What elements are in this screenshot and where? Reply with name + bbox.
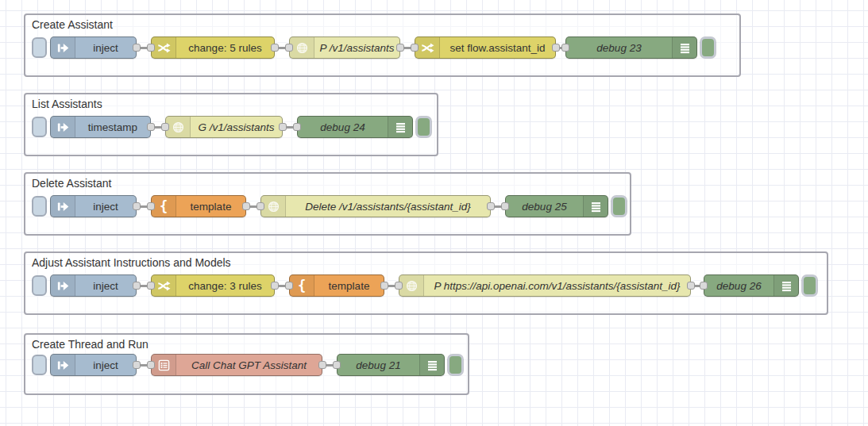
inject-node[interactable]: inject <box>50 36 137 59</box>
node-label: P /v1/assistants <box>314 37 399 58</box>
input-port[interactable] <box>561 44 569 52</box>
debug-toggle-button[interactable] <box>448 355 463 375</box>
node-label: inject <box>75 196 136 217</box>
output-port[interactable] <box>133 202 141 210</box>
input-port[interactable] <box>285 282 293 290</box>
node-label: change: 3 rules <box>176 275 274 296</box>
list-lines-icon <box>419 355 444 375</box>
globe-icon <box>261 196 286 217</box>
node-label: template <box>176 196 245 217</box>
node-label: G /v1/assistants <box>191 117 282 137</box>
input-port[interactable] <box>333 361 341 369</box>
group-label: Adjust Assistant Instructions and Models <box>32 256 231 269</box>
change-node[interactable]: set flow.assistant_id <box>415 36 556 59</box>
input-port[interactable] <box>285 44 293 52</box>
inject-node[interactable]: inject <box>50 354 137 376</box>
node-label: P https://api.openai.com/v1/assistants/{… <box>424 275 690 296</box>
inject-node[interactable]: inject <box>50 195 137 217</box>
inject-button[interactable] <box>32 355 47 375</box>
output-port[interactable] <box>318 361 326 369</box>
globe-icon <box>290 37 314 58</box>
curly-brace-icon: { <box>152 196 176 217</box>
debug-node[interactable]: debug 24 <box>297 116 413 138</box>
output-port[interactable] <box>380 282 388 290</box>
output-port[interactable] <box>147 123 155 131</box>
input-port[interactable] <box>257 202 264 210</box>
node-label: set flow.assistant_id <box>440 37 555 58</box>
group-label: Create Assistant <box>32 18 113 31</box>
input-port[interactable] <box>395 282 403 290</box>
node-label: debug 25 <box>506 196 583 217</box>
template-node[interactable]: { template <box>289 274 384 297</box>
debug-node[interactable]: debug 25 <box>505 195 608 217</box>
output-port[interactable] <box>133 44 141 52</box>
form-lines-icon <box>152 355 176 375</box>
output-port[interactable] <box>552 44 560 52</box>
inject-arrow-icon <box>51 37 75 58</box>
debug-node[interactable]: debug 23 <box>565 36 697 59</box>
chatgpt-assistant-node[interactable]: Call Chat GPT Assistant <box>151 354 322 376</box>
debug-node[interactable]: debug 26 <box>704 274 799 297</box>
template-node[interactable]: { template <box>151 195 246 217</box>
inject-button[interactable] <box>32 196 47 217</box>
output-port[interactable] <box>271 44 279 52</box>
input-port[interactable] <box>411 44 419 52</box>
input-port[interactable] <box>147 202 155 210</box>
output-port[interactable] <box>487 202 495 210</box>
http-request-node[interactable]: P https://api.openai.com/v1/assistants/{… <box>399 274 691 297</box>
debug-toggle-button[interactable] <box>416 117 431 137</box>
change-node[interactable]: change: 3 rules <box>151 274 275 297</box>
list-lines-icon <box>583 196 608 217</box>
input-port[interactable] <box>700 282 708 290</box>
output-port[interactable] <box>133 282 141 290</box>
node-label: template <box>314 275 384 296</box>
globe-icon <box>399 275 424 296</box>
http-request-node[interactable]: P /v1/assistants <box>289 36 400 59</box>
inject-arrow-icon <box>51 275 75 296</box>
group-label: Create Thread and Run <box>32 338 149 351</box>
debug-node[interactable]: debug 21 <box>337 354 445 376</box>
http-request-node[interactable]: G /v1/assistants <box>165 116 283 138</box>
output-port[interactable] <box>396 44 404 52</box>
inject-button[interactable] <box>32 37 47 58</box>
node-label: debug 26 <box>704 275 773 296</box>
debug-toggle-button[interactable] <box>611 196 627 217</box>
inject-button[interactable] <box>32 275 47 296</box>
shuffle-icon <box>152 37 176 58</box>
debug-toggle-button[interactable] <box>700 37 716 58</box>
http-request-node[interactable]: Delete /v1/assistants/{assistant_id} <box>260 195 491 217</box>
input-port[interactable] <box>501 202 509 210</box>
output-port[interactable] <box>687 282 695 290</box>
input-port[interactable] <box>293 123 301 131</box>
inject-button[interactable] <box>32 117 47 137</box>
inject-node[interactable]: timestamp <box>50 116 151 138</box>
output-port[interactable] <box>271 282 279 290</box>
node-label: Delete /v1/assistants/{assistant_id} <box>286 196 490 217</box>
node-label: inject <box>75 355 136 375</box>
inject-node[interactable]: inject <box>50 274 137 297</box>
globe-icon <box>166 117 191 137</box>
list-lines-icon <box>773 275 798 296</box>
output-port[interactable] <box>279 123 287 131</box>
node-label: debug 21 <box>338 355 419 375</box>
flow-editor-canvas[interactable]: Create Assistant List Assistants Delete … <box>0 0 868 426</box>
input-port[interactable] <box>147 44 155 52</box>
node-label: debug 23 <box>566 37 672 58</box>
output-port[interactable] <box>242 202 250 210</box>
debug-toggle-button[interactable] <box>802 275 817 296</box>
input-port[interactable] <box>147 361 155 369</box>
curly-brace-icon: { <box>290 275 314 296</box>
inject-arrow-icon <box>51 355 75 375</box>
node-label: debug 24 <box>298 117 388 137</box>
node-label: Call Chat GPT Assistant <box>176 355 322 375</box>
list-lines-icon <box>388 117 412 137</box>
shuffle-icon <box>152 275 176 296</box>
node-label: change: 5 rules <box>176 37 274 58</box>
shuffle-icon <box>415 37 440 58</box>
group-label: List Assistants <box>32 98 102 110</box>
change-node[interactable]: change: 5 rules <box>151 36 275 59</box>
input-port[interactable] <box>147 282 155 290</box>
output-port[interactable] <box>133 361 141 369</box>
inject-arrow-icon <box>51 117 75 137</box>
input-port[interactable] <box>161 123 169 131</box>
